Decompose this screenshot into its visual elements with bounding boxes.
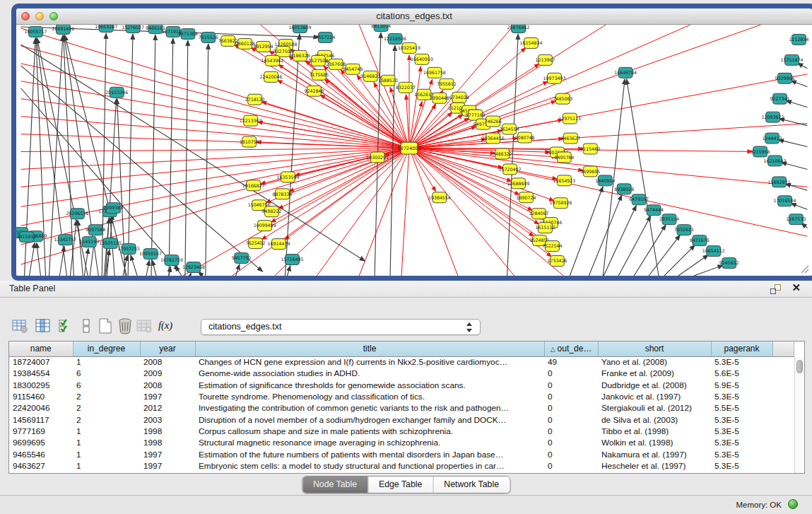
graph-node[interactable]: 8454749 — [343, 64, 363, 74]
float-panel-icon[interactable] — [770, 284, 781, 294]
table-row[interactable]: 946554611997Estimation of the future num… — [9, 448, 794, 460]
clear-selection-icon[interactable] — [78, 317, 95, 335]
column-header-pagerank[interactable]: pagerank — [711, 341, 772, 356]
table-row[interactable]: 1872400712008Changes of HCN gene express… — [9, 356, 794, 368]
select-all-icon[interactable] — [57, 317, 74, 335]
graph-node[interactable]: 9115460 — [580, 144, 600, 154]
table-cell[interactable]: 5.6E-5 — [711, 368, 772, 379]
table-cell[interactable]: Genome-wide association studies in ADHD. — [195, 368, 544, 379]
table-cell[interactable]: 9115460 — [9, 391, 73, 402]
table-cell[interactable]: 2 — [73, 391, 140, 402]
table-cell[interactable]: Hescheler et al. (1997) — [598, 460, 711, 472]
table-cell[interactable]: 5.9E-5 — [711, 380, 772, 391]
show-columns-icon[interactable] — [35, 317, 52, 335]
table-select-dropdown[interactable]: citations_edges.txt — [201, 319, 481, 335]
table-cell[interactable]: 9465546 — [9, 448, 73, 460]
table-cell[interactable]: Franke et al. (2009) — [598, 368, 711, 379]
table-cell[interactable]: 14569117 — [9, 414, 73, 425]
graph-node[interactable]: 20364456 — [482, 133, 505, 144]
graph-node[interactable]: 7832621 — [674, 225, 694, 235]
graph-node[interactable]: 19166827 — [242, 180, 265, 191]
table-settings-icon[interactable] — [11, 317, 28, 335]
table-cell[interactable]: 1997 — [140, 391, 195, 402]
graph-node[interactable]: 10958107 — [139, 249, 162, 259]
graph-node[interactable]: 20876862 — [507, 25, 530, 33]
table-cell[interactable]: 2009 — [140, 368, 195, 379]
table-cell[interactable]: Estimation of significance thresholds fo… — [195, 380, 544, 391]
table-cell[interactable]: Tourette syndrome. Phenomenology and cla… — [195, 391, 544, 402]
delete-list-icon[interactable] — [117, 317, 134, 335]
table-cell[interactable]: 1 — [73, 356, 140, 368]
table-cell[interactable]: 1 — [73, 426, 140, 437]
graph-node[interactable]: 8813054 — [371, 25, 391, 31]
graph-node[interactable]: 1080748 — [515, 132, 535, 143]
graph-node[interactable]: 1244413 — [763, 133, 782, 144]
graph-node[interactable]: 19756928 — [549, 198, 572, 209]
table-cell[interactable]: 6 — [73, 380, 140, 391]
table-cell[interactable]: 5.3E-5 — [711, 448, 772, 460]
table-cell[interactable]: 19384554 — [9, 368, 73, 379]
table-row[interactable]: 911546021997Tourette syndrome. Phenomeno… — [9, 391, 794, 402]
table-cell[interactable]: 5.3E-5 — [711, 414, 772, 425]
table-cell[interactable]: 1998 — [140, 437, 195, 448]
table-cell[interactable]: 1997 — [140, 460, 195, 472]
graph-node[interactable]: 12213363 — [240, 115, 262, 126]
table-cell[interactable]: 18300295 — [9, 380, 73, 391]
graph-node[interactable]: 1213967 — [536, 54, 555, 65]
minimize-window-button[interactable] — [35, 12, 44, 21]
close-window-button[interactable] — [21, 12, 30, 21]
graph-node[interactable]: 6479197 — [629, 194, 649, 205]
table-cell[interactable]: Embryonic stem cells: a model to study s… — [195, 460, 544, 472]
table-cell[interactable]: Structural magnetic resonance image aver… — [195, 437, 544, 448]
table-row[interactable]: 2242004622012Investigating the contribut… — [9, 402, 794, 414]
graph-node[interactable]: 7557224 — [315, 32, 335, 42]
table-cell[interactable]: Yano et al. (2008) — [598, 356, 711, 368]
graph-node[interactable]: 9699695 — [580, 166, 600, 177]
table-cell[interactable]: 5.3E-5 — [711, 426, 772, 437]
table-cell[interactable]: 5.3E-5 — [711, 437, 772, 448]
table-cell[interactable]: Wolkin et al. (1998) — [598, 437, 711, 448]
function-builder-icon[interactable]: f(x) — [158, 320, 181, 338]
resize-grip-icon[interactable] — [800, 264, 809, 274]
graph-node[interactable]: 1810755 — [240, 136, 259, 147]
table-cell[interactable]: Estimation of the future numbers of pati… — [195, 448, 544, 460]
zoom-window-button[interactable] — [49, 12, 58, 21]
graph-node[interactable]: 18325419 — [398, 42, 420, 53]
graph-node[interactable]: 16210643 — [764, 156, 787, 166]
table-cell[interactable]: 2 — [73, 414, 140, 425]
graph-node[interactable]: 16648784 — [614, 67, 637, 78]
table-cell[interactable]: Nakamura et al. (1997) — [598, 448, 711, 460]
table-cell[interactable]: 18724007 — [9, 356, 73, 368]
graph-node[interactable]: 9146821 — [360, 71, 380, 81]
table-cell[interactable]: Changes of HCN gene expression and I(f) … — [195, 356, 544, 368]
graph-node[interactable]: 20206536 — [66, 209, 88, 219]
graph-node[interactable]: 9097588 — [86, 225, 105, 235]
graph-node[interactable]: 1145193 — [79, 237, 99, 247]
table-row[interactable]: 1830029562008Estimation of significance … — [9, 380, 794, 391]
table-cell[interactable]: 49 — [544, 356, 598, 368]
graph-node[interactable]: 16154834 — [520, 37, 543, 48]
graph-node[interactable]: 14099489 — [254, 221, 276, 231]
graph-node[interactable]: 17016504 — [774, 196, 796, 206]
table-cell[interactable]: Dudbridge et al. (2008) — [598, 380, 711, 391]
table-cell[interactable]: 2 — [73, 402, 140, 414]
graph-node[interactable]: 1167533 — [787, 214, 806, 225]
table-cell[interactable]: 0 — [544, 414, 598, 425]
graph-node[interactable]: 9245652 — [719, 258, 739, 269]
graph-node[interactable]: 8912954 — [254, 41, 273, 52]
graph-node[interactable]: 7485063 — [553, 93, 572, 104]
table-vertical-scrollbar[interactable] — [794, 357, 804, 473]
scrollbar-thumb[interactable] — [796, 360, 803, 373]
table-cell[interactable]: 0 — [544, 391, 598, 402]
graph-node[interactable]: 10654112 — [702, 246, 725, 257]
graph-node[interactable]: 1890724 — [517, 192, 536, 203]
tab-network-table[interactable]: Network Table — [433, 477, 510, 493]
table-row[interactable]: 1938455462009Genome-wide association stu… — [9, 368, 794, 379]
graph-node[interactable]: 10653287 — [95, 25, 117, 32]
table-cell[interactable]: Investigating the contribution of common… — [195, 402, 544, 414]
graph-node[interactable]: 2718120 — [245, 94, 265, 105]
table-row[interactable]: 946362711997Embryonic stem cells: a mode… — [9, 460, 794, 472]
graph-node[interactable]: 9463627 — [560, 133, 580, 144]
table-cell[interactable]: 0 — [544, 460, 598, 472]
graph-node[interactable]: 1990448 — [430, 93, 449, 103]
